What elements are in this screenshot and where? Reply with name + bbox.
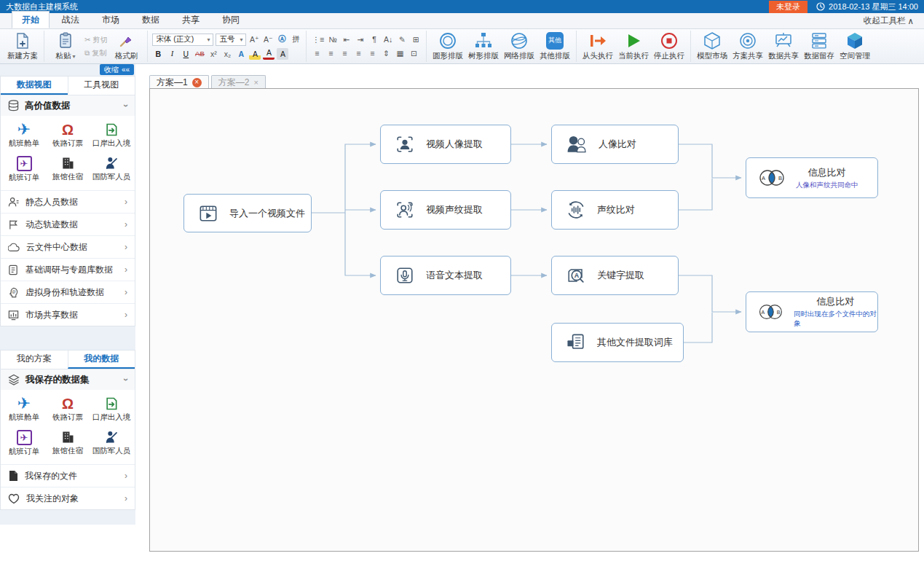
character-shading-button[interactable]: A <box>277 48 288 60</box>
login-status-badge[interactable]: 未登录 <box>769 1 807 13</box>
run-from-start-button[interactable]: 从头执行 <box>581 31 615 62</box>
bold-button[interactable]: B <box>152 48 164 60</box>
dataset-item-hotel-stay[interactable]: 旅馆住宿 <box>46 426 90 460</box>
distribute-button[interactable]: ≡ <box>366 47 378 59</box>
bullets-button[interactable]: ⋮≡ <box>311 34 325 45</box>
ribbon-group-clipboard: 粘贴 ▾ ✂ 剪切 ⧉ 复制 格式刷 <box>44 31 148 62</box>
node-video-face-extract[interactable]: 视频人像提取 <box>380 125 511 164</box>
section-high-value-data[interactable]: 高价值数据 › <box>1 95 135 116</box>
dataset-item-flight-manifest[interactable]: ✈ 航班舱单 <box>2 119 46 152</box>
sidebar-item-my-saved-files[interactable]: 我保存的文件 › <box>1 464 135 487</box>
sidebar-item-cloud-file-data[interactable]: 云文件中心数据 › <box>1 235 135 258</box>
model-market-button[interactable]: 模型市场 <box>695 31 729 62</box>
dataset-item-defense-personnel[interactable]: 国防军人员 <box>90 426 133 460</box>
paste-button[interactable]: 粘贴 ▾ <box>49 31 82 62</box>
other-layout-button[interactable]: 其他 其他排版 <box>538 31 572 62</box>
tab-my-plans[interactable]: 我的方案 <box>1 350 68 369</box>
node-speech-text-extract[interactable]: 语音文本提取 <box>380 256 511 295</box>
phonetic-guide-button[interactable]: 拼 <box>290 34 301 45</box>
node-keyword-extract[interactable]: A 关键字提取 <box>551 256 679 295</box>
dataset-item-flight-manifest[interactable]: ✈ 航班舱单 <box>2 393 46 426</box>
format-painter-button[interactable]: 格式刷 <box>109 31 143 62</box>
tab-data-view[interactable]: 数据视图 <box>1 77 68 95</box>
text-effects-button[interactable]: A <box>235 48 247 60</box>
dataset-item-flight-order[interactable]: ✈ 航班订单 <box>2 152 46 186</box>
data-share-button[interactable]: 数据共享 <box>767 31 800 62</box>
tree-layout-button[interactable]: 树形排版 <box>467 31 500 62</box>
sidebar-item-dynamic-track-data[interactable]: 动态轨迹数据 › <box>1 213 135 235</box>
stop-run-button[interactable]: 停止执行 <box>652 31 686 62</box>
tab-collaborate[interactable]: 协同 <box>212 11 250 28</box>
dataset-item-railway-ticket[interactable]: Ω 铁路订票 <box>46 119 90 152</box>
align-center-button[interactable]: ≡ <box>325 47 336 59</box>
node-voice-compare[interactable]: 声纹比对 <box>551 190 679 230</box>
tab-data[interactable]: 数据 <box>132 11 170 28</box>
line-spacing-button[interactable]: ⇕ <box>380 47 392 59</box>
tab-start[interactable]: 开始 <box>12 11 50 28</box>
node-info-compare-bottom[interactable]: A B 信息比对 同时出现在多个文件中的对象 <box>746 291 878 332</box>
shading-button[interactable]: ▦ <box>394 47 406 59</box>
doc-tab-plan-2[interactable]: 方案—2 × <box>211 75 266 89</box>
dataset-item-border-entry-exit[interactable]: 口岸出入境 <box>90 119 133 152</box>
dataset-item-border-entry-exit[interactable]: 口岸出入境 <box>90 393 133 426</box>
edit-marks-button[interactable]: ✎ <box>396 34 408 45</box>
subscript-button[interactable]: x₂ <box>221 48 233 60</box>
space-management-button[interactable]: 空间管理 <box>838 31 872 62</box>
increase-indent-button[interactable]: ⇥ <box>355 34 366 45</box>
collapse-toolbar-button[interactable]: 收起工具栏 ∧ <box>864 15 914 26</box>
tab-tactics[interactable]: 战法 <box>52 11 90 28</box>
tab-market[interactable]: 市场 <box>92 11 130 28</box>
copy-button[interactable]: ⧉ 复制 <box>84 48 107 58</box>
grow-font-button[interactable]: A⁺ <box>248 34 260 45</box>
font-color-button[interactable]: A <box>263 48 275 60</box>
tab-my-data[interactable]: 我的数据 <box>68 350 135 369</box>
doc-tab-plan-1[interactable]: 方案—1 × <box>149 75 209 89</box>
sidebar-item-market-shared-data[interactable]: 市场共享数据 › <box>1 303 135 326</box>
dataset-item-defense-personnel[interactable]: 国防军人员 <box>90 152 133 186</box>
network-layout-button[interactable]: 网络排版 <box>502 31 536 62</box>
dataset-item-flight-order[interactable]: ✈ 航班订单 <box>2 426 46 460</box>
paragraph-mark-button[interactable]: ¶ <box>368 34 380 45</box>
highlight-button[interactable]: A <box>249 48 261 60</box>
underline-button[interactable]: U <box>180 48 191 60</box>
align-left-button[interactable]: ≡ <box>311 47 323 59</box>
section-my-saved-datasets[interactable]: 我保存的数据集 › <box>1 369 135 390</box>
justify-button[interactable]: ≡ <box>352 47 364 59</box>
cut-button[interactable]: ✂ 剪切 <box>84 35 107 45</box>
close-tab-icon[interactable]: × <box>253 78 258 87</box>
node-other-file-lexicon[interactable]: 其他文件提取词库 <box>551 323 684 362</box>
node-video-voice-extract[interactable]: 视频声纹提取 <box>380 190 511 230</box>
borders-button[interactable]: ⊡ <box>408 47 419 59</box>
dataset-item-railway-ticket[interactable]: Ω 铁路订票 <box>46 393 90 426</box>
node-import-video[interactable]: 导入一个视频文件 <box>183 194 312 232</box>
strikethrough-button[interactable]: AB <box>194 48 205 60</box>
sidebar-item-virtual-identity-data[interactable]: @ 虚拟身份和轨迹数据 › <box>1 281 135 303</box>
italic-button[interactable]: I <box>166 48 178 60</box>
table-button[interactable]: ⊞ <box>410 34 422 45</box>
dataset-item-hotel-stay[interactable]: 旅馆住宿 <box>46 152 90 186</box>
new-plan-button[interactable]: 新建方案 <box>6 31 39 62</box>
sidebar-item-static-person-data[interactable]: 静态人员数据 › <box>1 190 135 213</box>
plan-share-button[interactable]: 方案共享 <box>731 31 765 62</box>
circle-layout-button[interactable]: 圆形排版 <box>431 31 465 62</box>
sidebar-item-basic-research-data[interactable]: 基础调研与专题库数据 › <box>1 258 135 281</box>
numbering-button[interactable]: № <box>327 34 339 45</box>
font-size-select[interactable]: 五号▾ <box>216 34 246 46</box>
tab-share[interactable]: 共享 <box>172 11 210 28</box>
align-right-button[interactable]: ≡ <box>339 47 350 59</box>
shrink-font-button[interactable]: A⁻ <box>262 34 274 45</box>
superscript-button[interactable]: x² <box>208 48 219 60</box>
enclose-character-button[interactable]: Ⓐ <box>276 34 288 45</box>
tab-tool-view[interactable]: 工具视图 <box>68 77 135 95</box>
collapse-sidebar-button[interactable]: 收缩 «« <box>100 64 134 75</box>
data-retention-button[interactable]: 数据留存 <box>802 31 836 62</box>
flow-canvas[interactable]: 导入一个视频文件 视频人像提取 视频声纹提取 语音文 <box>149 88 919 552</box>
sidebar-item-my-followed-objects[interactable]: 我关注的对象 › <box>1 487 135 509</box>
node-info-compare-top[interactable]: A B 信息比对 人像和声纹共同命中 <box>746 157 878 198</box>
sort-button[interactable]: A↓ <box>382 34 394 45</box>
close-tab-icon[interactable]: × <box>192 78 202 87</box>
decrease-indent-button[interactable]: ⇤ <box>341 34 352 45</box>
font-family-select[interactable]: 宋体 (正文)▾ <box>152 34 213 46</box>
node-face-compare[interactable]: 人像比对 <box>551 125 679 164</box>
run-current-button[interactable]: 当前执行 <box>617 31 650 62</box>
